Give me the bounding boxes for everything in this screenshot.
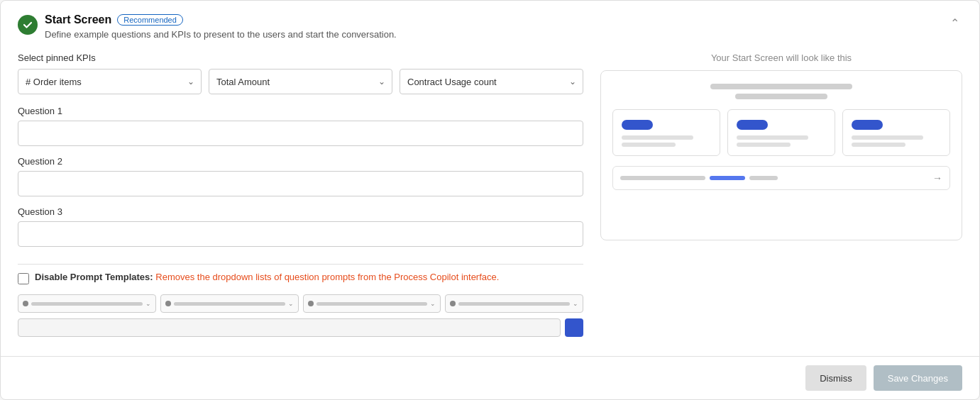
mini-dot-4 <box>450 301 456 306</box>
checkbox-title: Disable Prompt Templates: <box>35 272 153 282</box>
question-3-label: Question 3 <box>18 206 583 217</box>
mini-bar-1 <box>31 302 143 306</box>
preview-card-btn-3 <box>852 120 883 130</box>
preview-card-btn-1 <box>622 120 653 130</box>
page-title: Start Screen <box>45 13 111 26</box>
disable-templates-checkbox[interactable] <box>18 273 29 284</box>
preview-card-btn-2 <box>737 120 768 130</box>
two-col-layout: Select pinned KPIs # Order items Total A… <box>18 52 962 337</box>
main-container: Start Screen Recommended Define example … <box>0 0 980 400</box>
question-1-input[interactable] <box>18 121 583 146</box>
preview-card-lines-3 <box>852 135 941 147</box>
bottom-preview-area: ⌄ ⌄ ⌄ <box>18 294 583 337</box>
mini-chevron-3: ⌄ <box>430 300 436 307</box>
mini-bar-3 <box>316 302 428 306</box>
header-title: Start Screen Recommended <box>45 13 397 26</box>
preview-card-3 <box>842 109 950 156</box>
header-row: Start Screen Recommended Define example … <box>18 13 962 40</box>
preview-prompt-row: → <box>612 166 950 190</box>
recommended-badge: Recommended <box>117 14 183 26</box>
preview-line-short <box>735 94 827 99</box>
prompt-line-1 <box>620 176 705 180</box>
checkbox-area: Disable Prompt Templates: Removes the dr… <box>18 272 583 284</box>
footer: Dismiss Save Changes <box>1 356 979 399</box>
mini-dot-3 <box>308 301 314 306</box>
kpi-dropdown-1[interactable]: # Order items Total Amount Contract Usag… <box>18 69 202 94</box>
mini-dropdown-3[interactable]: ⌄ <box>303 294 441 313</box>
kpi-dropdown-2[interactable]: Total Amount # Order items Contract Usag… <box>209 69 392 94</box>
content-area: Start Screen Recommended Define example … <box>1 1 979 356</box>
preview-card-lines-2 <box>737 135 826 147</box>
preview-card-line-1a <box>622 135 693 140</box>
header-left: Start Screen Recommended Define example … <box>18 13 397 40</box>
left-column: Select pinned KPIs # Order items Total A… <box>18 52 583 337</box>
question-2-group: Question 2 <box>18 156 583 206</box>
kpi-select-1[interactable]: # Order items Total Amount Contract Usag… <box>18 69 202 94</box>
mini-send-button[interactable] <box>565 318 583 337</box>
mini-chevron-2: ⌄ <box>288 300 294 307</box>
question-1-label: Question 1 <box>18 106 583 116</box>
question-1-group: Question 1 <box>18 106 583 156</box>
prompt-line-2 <box>710 176 745 180</box>
preview-lines <box>612 84 950 99</box>
save-changes-button[interactable]: Save Changes <box>874 365 962 391</box>
divider-1 <box>18 264 583 265</box>
mini-dot-1 <box>23 301 28 306</box>
preview-card-line-1b <box>622 143 676 147</box>
preview-card-1 <box>612 109 720 156</box>
kpi-row: # Order items Total Amount Contract Usag… <box>18 69 583 94</box>
prompt-line-3 <box>749 176 778 180</box>
preview-card-line-2a <box>737 135 808 140</box>
kpi-select-2[interactable]: Total Amount # Order items Contract Usag… <box>209 69 392 94</box>
mini-bar-2 <box>174 302 285 306</box>
checkbox-description: Removes the dropdown lists of question p… <box>155 272 499 282</box>
preview-card-lines-1 <box>622 135 711 147</box>
header-subtitle: Define example questions and KPIs to pre… <box>45 29 397 40</box>
preview-label: Your Start Screen will look like this <box>600 52 962 63</box>
kpi-label: Select pinned KPIs <box>18 52 583 63</box>
preview-cards <box>612 109 950 156</box>
question-2-label: Question 2 <box>18 156 583 167</box>
question-2-input[interactable] <box>18 171 583 196</box>
mini-chevron-4: ⌄ <box>573 300 578 307</box>
header-title-block: Start Screen Recommended Define example … <box>45 13 397 40</box>
collapse-button[interactable]: ⌃ <box>947 13 962 33</box>
preview-box: → <box>600 70 962 240</box>
mini-dropdown-4[interactable]: ⌄ <box>445 294 583 313</box>
mini-input-row <box>18 318 583 337</box>
kpi-dropdown-3[interactable]: Contract Usage count # Order items Total… <box>400 69 583 94</box>
mini-dropdown-1[interactable]: ⌄ <box>18 294 156 313</box>
preview-line-long <box>710 84 852 89</box>
bottom-dropdowns: ⌄ ⌄ ⌄ <box>18 294 583 313</box>
check-icon <box>18 15 38 35</box>
mini-dot-2 <box>165 301 171 306</box>
preview-card-2 <box>727 109 835 156</box>
kpi-select-3[interactable]: Contract Usage count # Order items Total… <box>400 69 583 94</box>
mini-dropdown-2[interactable]: ⌄ <box>160 294 299 313</box>
checkbox-label: Disable Prompt Templates: Removes the dr… <box>35 272 499 282</box>
preview-card-line-2b <box>737 143 791 147</box>
dismiss-button[interactable]: Dismiss <box>805 365 866 391</box>
mini-text-input[interactable] <box>18 318 561 337</box>
mini-chevron-1: ⌄ <box>145 300 151 307</box>
preview-card-line-3b <box>852 143 905 147</box>
mini-bar-4 <box>458 302 570 306</box>
right-column: Your Start Screen will look like this <box>600 52 962 337</box>
question-3-group: Question 3 <box>18 206 583 257</box>
prompt-arrow-icon: → <box>932 172 942 184</box>
preview-card-line-3a <box>852 135 923 140</box>
question-3-input[interactable] <box>18 221 583 247</box>
